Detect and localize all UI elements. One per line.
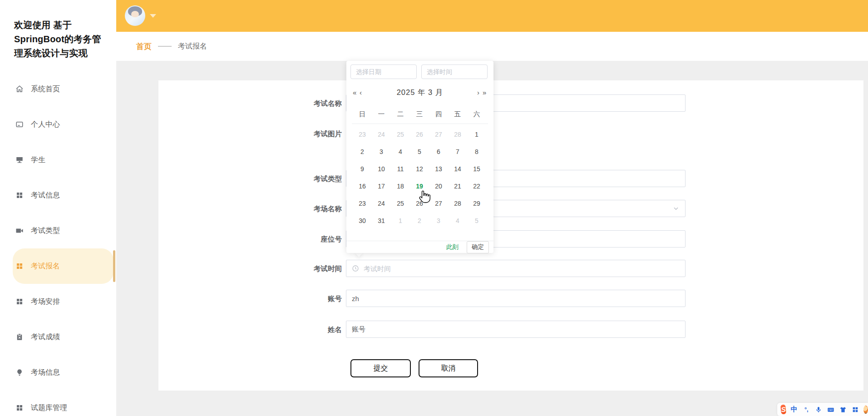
chinese-mode-toggle-icon[interactable]: 中: [790, 406, 798, 414]
breadcrumb: 首页 考试报名: [116, 32, 868, 61]
calendar-day[interactable]: 26: [410, 195, 429, 212]
ime-toolbar: S中°,: [777, 403, 868, 416]
label-exam-name: 考试名称: [278, 99, 342, 109]
calendar-day[interactable]: 10: [372, 160, 391, 178]
calendar-day[interactable]: 20: [429, 178, 448, 195]
calendar-day[interactable]: 25: [391, 195, 410, 212]
calendar-day[interactable]: 5: [410, 143, 429, 160]
calendar-day[interactable]: 4: [391, 143, 410, 160]
skin-icon[interactable]: [839, 406, 847, 414]
calendar-day[interactable]: 5: [467, 212, 486, 229]
calendar-day[interactable]: 3: [372, 143, 391, 160]
sidebar-menu: 系统首页个人中心学生考试信息考试类型考试报名考场安排考试成绩考场信息试题库管理: [0, 71, 116, 416]
calendar-day[interactable]: 30: [353, 212, 372, 229]
calendar-day[interactable]: 17: [372, 178, 391, 195]
sidebar-item-label: 考试报名: [31, 262, 60, 271]
calendar-day[interactable]: 3: [429, 212, 448, 229]
calendar-day[interactable]: 1: [467, 126, 486, 143]
calendar-day[interactable]: 12: [410, 160, 429, 178]
calendar-day[interactable]: 26: [410, 126, 429, 143]
cancel-button[interactable]: 取消: [419, 359, 478, 377]
grid-icon: [15, 191, 24, 199]
calendar-day[interactable]: 18: [391, 178, 410, 195]
chevron-down-icon[interactable]: [150, 14, 156, 18]
calendar-day[interactable]: 22: [467, 178, 486, 195]
calendar-day[interactable]: 8: [467, 143, 486, 160]
calendar-day[interactable]: 19: [410, 178, 429, 195]
calendar-day[interactable]: 27: [429, 195, 448, 212]
sidebar-item-5[interactable]: 考试类型: [13, 213, 113, 248]
date-input[interactable]: [350, 64, 417, 79]
microphone-icon[interactable]: [814, 406, 823, 414]
calendar-day[interactable]: 14: [448, 160, 467, 178]
label-exam-type: 考试类型: [278, 174, 342, 184]
now-link[interactable]: 此刻: [446, 243, 459, 251]
calendar-day[interactable]: 21: [448, 178, 467, 195]
sidebar-item-label: 系统首页: [31, 84, 60, 94]
submit-button[interactable]: 提交: [350, 359, 411, 377]
calendar-day[interactable]: 27: [429, 126, 448, 143]
calendar-day[interactable]: 23: [353, 126, 372, 143]
calendar-day[interactable]: 25: [391, 126, 410, 143]
sidebar-item-10[interactable]: 试题库管理: [13, 390, 113, 416]
sidebar-item-1[interactable]: 系统首页: [13, 71, 113, 107]
calendar-day[interactable]: 31: [372, 212, 391, 229]
calendar-day[interactable]: 7: [448, 143, 467, 160]
sidebar-item-label: 考试成绩: [31, 332, 60, 342]
calendar-day[interactable]: 1: [391, 212, 410, 229]
weekday-label: 五: [448, 110, 467, 119]
calendar-day[interactable]: 6: [429, 143, 448, 160]
label-name: 姓名: [278, 325, 342, 335]
sidebar-item-4[interactable]: 考试信息: [13, 178, 113, 213]
sidebar-item-3[interactable]: 学生: [13, 142, 113, 178]
confirm-button[interactable]: 确定: [467, 241, 489, 253]
app-window: 欢迎使用 基于SpringBoot的考务管理系统设计与实现 系统首页个人中心学生…: [0, 0, 868, 416]
divider: [352, 124, 488, 124]
avatar[interactable]: [125, 5, 145, 26]
id-card-icon: [15, 120, 24, 129]
calendar-day[interactable]: 9: [353, 160, 372, 178]
calendar-day[interactable]: 11: [391, 160, 410, 178]
calendar-day[interactable]: 24: [372, 126, 391, 143]
calendar-grid: 2324252627281234567891011121314151617181…: [353, 126, 486, 229]
grid-icon: [15, 262, 24, 270]
breadcrumb-home-link[interactable]: 首页: [136, 41, 152, 52]
app-title: 欢迎使用 基于SpringBoot的考务管理系统设计与实现: [14, 18, 107, 60]
calendar-day[interactable]: 23: [353, 195, 372, 212]
name-input[interactable]: [346, 321, 686, 338]
punctuation-toggle-icon[interactable]: °,: [802, 406, 810, 414]
calendar-day[interactable]: 2: [353, 143, 372, 160]
calendar-day[interactable]: 2: [410, 212, 429, 229]
calendar-title: 2025 年 3 月: [346, 88, 493, 98]
sidebar-item-7[interactable]: 考场安排: [13, 284, 113, 319]
emoji-icon[interactable]: [863, 406, 868, 414]
label-exam-time: 考试时间: [278, 264, 342, 274]
calendar-day[interactable]: 29: [467, 195, 486, 212]
calendar-day[interactable]: 4: [448, 212, 467, 229]
next-month-button[interactable]: ›: [477, 88, 479, 97]
time-input[interactable]: [421, 64, 488, 79]
sidebar-item-label: 试题库管理: [31, 403, 67, 413]
grid-icon: [15, 404, 24, 412]
chevron-down-icon[interactable]: [673, 205, 679, 212]
weekday-label: 二: [391, 110, 410, 119]
exam-time-input[interactable]: [346, 260, 686, 277]
toolbox-icon[interactable]: [851, 406, 859, 414]
sogou-logo-icon[interactable]: S: [780, 404, 786, 414]
sidebar-item-2[interactable]: 个人中心: [13, 107, 113, 142]
calendar-day[interactable]: 24: [372, 195, 391, 212]
sidebar-item-label: 考试信息: [31, 191, 60, 200]
calendar-day[interactable]: 16: [353, 178, 372, 195]
calendar-day[interactable]: 28: [448, 195, 467, 212]
sidebar-item-8[interactable]: 考试成绩: [13, 319, 113, 355]
keyboard-icon[interactable]: [827, 406, 835, 414]
calendar-day[interactable]: 28: [448, 126, 467, 143]
sidebar-item-9[interactable]: 考场信息: [13, 355, 113, 390]
next-year-button[interactable]: »: [483, 88, 486, 97]
calendar-day[interactable]: 15: [467, 160, 486, 178]
home-icon: [15, 85, 24, 93]
calendar-day[interactable]: 13: [429, 160, 448, 178]
sidebar-item-label: 考场信息: [31, 368, 60, 377]
account-input[interactable]: [346, 290, 686, 307]
sidebar-item-6[interactable]: 考试报名: [13, 248, 113, 284]
